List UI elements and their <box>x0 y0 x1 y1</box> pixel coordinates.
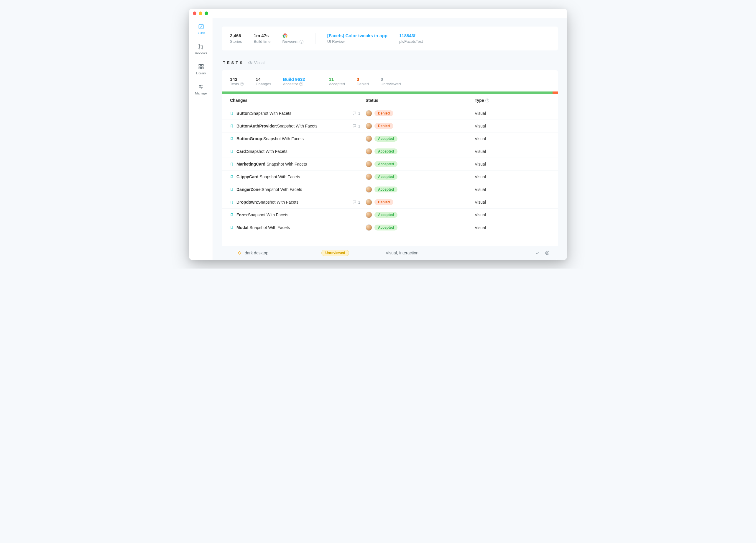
check-icon[interactable] <box>535 250 540 255</box>
stat-commit: 118843f pk/FacetsTest <box>399 33 423 44</box>
sidebar-item-library[interactable]: Library <box>196 64 206 75</box>
tests-filter-visual[interactable]: Visual <box>248 60 264 65</box>
stat-unreviewed: 0 Unreviewed <box>381 77 401 86</box>
table-row[interactable]: MarketingCard:Snapshot With Facets Accep… <box>222 158 558 170</box>
comment-icon <box>352 111 356 115</box>
table-row[interactable]: Button:Snapshot With Facets 1 Denied Vis… <box>222 107 558 120</box>
avatar <box>366 123 372 129</box>
cell-changes: Card:Snapshot With Facets <box>230 149 366 154</box>
change-name: Modal:Snapshot With Facets <box>236 225 290 230</box>
svg-point-2 <box>199 48 200 49</box>
build-time-value: 1m 47s <box>254 33 270 38</box>
sidebar-item-manage[interactable]: Manage <box>195 84 207 95</box>
accepted-count: 11 <box>329 77 345 82</box>
avatar <box>366 148 372 155</box>
table-row[interactable]: ClippyCard:Snapshot With Facets Accepted… <box>222 170 558 183</box>
tests-title: TESTS <box>223 60 244 65</box>
sidebar-item-reviews[interactable]: Reviews <box>195 44 207 55</box>
status-badge: Unreviewed <box>321 250 349 256</box>
progress-bar <box>222 91 558 94</box>
sidebar-item-label: Manage <box>195 91 207 95</box>
main-content: 2,466 Stories 1m 47s Build time <box>213 18 567 260</box>
cell-changes: Modal:Snapshot With Facets <box>230 225 366 230</box>
bookmark-icon <box>230 137 234 141</box>
cell-status: Denied <box>366 199 475 205</box>
svg-point-10 <box>200 85 200 86</box>
commit-hash-link[interactable]: 118843f <box>399 33 423 38</box>
help-icon[interactable]: ? <box>485 99 489 102</box>
svg-rect-7 <box>201 67 203 69</box>
table-row[interactable]: Modal:Snapshot With Facets Accepted Visu… <box>222 221 558 234</box>
tests-card: 142 Tests? 14 Changes Build 9632 Ancesto… <box>222 70 558 260</box>
stat-stories: 2,466 Stories <box>230 33 242 44</box>
cell-type: Visual <box>475 200 550 204</box>
comment-count[interactable]: 1 <box>352 200 366 204</box>
ancestor-build-link[interactable]: Build 9632 <box>283 77 305 82</box>
sidebar-item-label: Builds <box>197 31 206 35</box>
pull-request-icon <box>198 44 204 50</box>
comment-icon <box>352 200 356 204</box>
help-icon[interactable]: ? <box>300 40 303 44</box>
status-badge: Accepted <box>374 186 397 192</box>
stat-tests: 142 Tests? <box>230 77 244 86</box>
table-row[interactable]: Dropdown:Snapshot With Facets 1 Denied V… <box>222 196 558 209</box>
cell-changes: ButtonAuthProvider:Snapshot With Facets … <box>230 124 366 128</box>
change-name: MarketingCard:Snapshot With Facets <box>236 162 307 166</box>
cell-status: Denied <box>366 110 475 116</box>
change-name: Card:Snapshot With Facets <box>236 149 287 154</box>
avatar <box>366 173 372 180</box>
comment-count[interactable]: 1 <box>352 111 366 116</box>
close-window-button[interactable] <box>193 12 196 15</box>
cell-status: Accepted <box>366 161 475 167</box>
status-badge: Accepted <box>374 136 397 142</box>
cell-type: Visual <box>475 174 550 179</box>
comment-count[interactable]: 1 <box>352 124 366 128</box>
mode-label: dark desktop <box>245 250 268 255</box>
bookmark-icon <box>230 124 234 128</box>
cancel-icon[interactable] <box>545 250 550 255</box>
svg-rect-5 <box>201 65 203 66</box>
table-row[interactable]: DangerZone:Snapshot With Facets Accepted… <box>222 183 558 196</box>
status-badge: Accepted <box>374 161 397 167</box>
stat-changes: 14 Changes <box>256 77 271 86</box>
table-body: Button:Snapshot With Facets 1 Denied Vis… <box>222 107 558 234</box>
stories-label: Stories <box>230 39 242 44</box>
stat-browsers: Browsers ? <box>282 33 303 44</box>
sidebar-item-label: Reviews <box>195 51 207 55</box>
changes-count: 14 <box>256 77 271 82</box>
cell-type: Visual <box>475 187 550 192</box>
avatar <box>366 135 372 142</box>
stat-ancestor: Build 9632 Ancestor? <box>283 77 305 86</box>
stat-pr: [Facets] Color tweaks in-app UI Review <box>327 33 387 44</box>
chrome-icon <box>282 33 288 38</box>
diamond-icon <box>238 251 242 255</box>
denied-label: Denied <box>357 82 369 86</box>
change-name: Dropdown:Snapshot With Facets <box>236 200 298 204</box>
svg-point-11 <box>201 87 202 88</box>
pr-title-link[interactable]: [Facets] Color tweaks in-app <box>327 33 387 38</box>
cell-type: Visual <box>475 162 550 166</box>
bookmark-icon <box>230 149 234 153</box>
table-row[interactable]: Form:Snapshot With Facets Accepted Visua… <box>222 209 558 221</box>
sidebar-item-builds[interactable]: Builds <box>197 24 206 35</box>
sidebar-item-label: Library <box>196 71 206 75</box>
help-icon[interactable]: ? <box>240 82 244 86</box>
build-time-label: Build time <box>254 39 270 44</box>
app-window: Builds Reviews Library Manage 2,466 Stor… <box>189 9 567 260</box>
cell-type: Visual <box>475 212 550 217</box>
minimize-window-button[interactable] <box>199 12 202 15</box>
divider <box>317 77 317 86</box>
bookmark-icon <box>230 162 234 166</box>
change-name: ButtonAuthProvider:Snapshot With Facets <box>236 124 318 128</box>
avatar <box>366 161 372 167</box>
cell-type: Visual <box>475 149 550 154</box>
table-row[interactable]: Card:Snapshot With Facets Accepted Visua… <box>222 145 558 158</box>
help-icon[interactable]: ? <box>299 82 303 86</box>
cell-status: Accepted <box>366 211 475 218</box>
maximize-window-button[interactable] <box>205 12 208 15</box>
stat-denied: 3 Denied <box>357 77 369 86</box>
svg-point-3 <box>202 48 203 49</box>
table-row[interactable]: ButtonGroup:Snapshot With Facets Accepte… <box>222 132 558 145</box>
table-row[interactable]: ButtonAuthProvider:Snapshot With Facets … <box>222 120 558 132</box>
svg-point-14 <box>284 35 286 37</box>
